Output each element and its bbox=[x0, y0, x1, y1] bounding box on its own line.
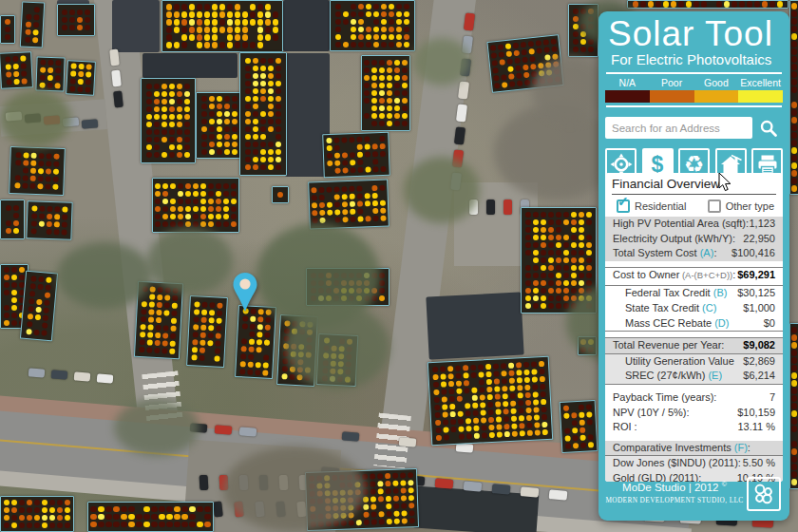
financial-overview-title: Financial Overview bbox=[612, 176, 776, 195]
solar-dot bbox=[223, 191, 230, 198]
solar-dot bbox=[55, 67, 62, 74]
solar-dot bbox=[53, 161, 60, 167]
solar-dot bbox=[400, 480, 407, 486]
solar-dot bbox=[563, 250, 570, 256]
solar-dot bbox=[507, 66, 514, 72]
solar-dot bbox=[487, 416, 494, 423]
map-building[interactable] bbox=[87, 502, 214, 532]
solar-dot bbox=[791, 334, 798, 341]
map-building[interactable] bbox=[162, 0, 283, 52]
solar-dot bbox=[166, 34, 173, 41]
solar-dot bbox=[235, 4, 241, 10]
residential-checkbox-group[interactable]: ✓ Residential bbox=[617, 200, 686, 213]
map-building[interactable] bbox=[272, 186, 289, 203]
solar-dot bbox=[260, 81, 267, 87]
map-building[interactable] bbox=[0, 15, 15, 44]
map-building[interactable] bbox=[627, 0, 788, 9]
map-building[interactable] bbox=[0, 200, 25, 239]
map-pin[interactable] bbox=[232, 272, 258, 314]
solar-dot bbox=[466, 426, 472, 432]
solar-dot bbox=[155, 214, 162, 220]
solar-dot bbox=[492, 363, 499, 370]
solar-dot bbox=[19, 275, 26, 281]
solar-dot bbox=[268, 164, 275, 171]
map-building[interactable] bbox=[20, 1, 45, 48]
solar-dot bbox=[472, 417, 479, 424]
solar-dot bbox=[311, 202, 317, 209]
solar-dot bbox=[520, 41, 526, 48]
map-building[interactable] bbox=[428, 356, 553, 446]
map-building[interactable] bbox=[789, 323, 798, 489]
map-building[interactable] bbox=[235, 305, 276, 379]
solar-dot bbox=[495, 401, 502, 408]
solar-dot bbox=[402, 98, 408, 104]
solar-dot bbox=[404, 27, 410, 33]
solar-dot bbox=[341, 186, 348, 193]
map-building[interactable] bbox=[186, 295, 228, 368]
solar-dot bbox=[312, 210, 318, 217]
solar-dot bbox=[276, 119, 282, 125]
solar-dot bbox=[791, 403, 798, 409]
search-button[interactable] bbox=[754, 116, 783, 140]
solar-dot bbox=[366, 34, 372, 41]
search-input[interactable] bbox=[605, 117, 752, 139]
solar-dot bbox=[208, 310, 215, 316]
solar-dot bbox=[479, 387, 485, 393]
map-building[interactable] bbox=[9, 146, 66, 196]
solar-dot bbox=[265, 4, 272, 10]
solar-dot bbox=[449, 403, 456, 409]
solar-dot bbox=[343, 11, 350, 18]
solar-dot bbox=[33, 14, 40, 21]
solar-dot bbox=[184, 144, 191, 151]
solar-dot bbox=[373, 11, 380, 18]
solar-dot bbox=[522, 71, 529, 78]
map-building[interactable] bbox=[26, 200, 72, 240]
map-building[interactable] bbox=[0, 496, 74, 532]
solar-dot bbox=[449, 418, 456, 425]
solar-dot bbox=[351, 42, 357, 48]
map-building[interactable] bbox=[789, 0, 798, 195]
solar-dot bbox=[563, 288, 570, 294]
map-building[interactable] bbox=[330, 0, 415, 51]
mode-studio-logo[interactable] bbox=[747, 477, 781, 511]
solar-dot bbox=[364, 98, 370, 104]
map-building[interactable] bbox=[66, 60, 96, 96]
map-building[interactable] bbox=[560, 400, 598, 453]
solar-dot bbox=[146, 152, 153, 159]
residential-checkbox[interactable]: ✓ bbox=[617, 200, 630, 213]
solar-dot bbox=[223, 183, 230, 190]
map-building[interactable] bbox=[322, 132, 390, 178]
dow-jones-row: Dow Jones ($INDU) (2011): 5.50 % bbox=[605, 456, 783, 471]
map-building[interactable] bbox=[308, 180, 390, 230]
solar-dot bbox=[762, 1, 769, 8]
car bbox=[215, 425, 233, 435]
solar-dot bbox=[385, 495, 391, 502]
map-building[interactable] bbox=[57, 4, 95, 36]
solar-dot bbox=[356, 200, 363, 207]
map-building[interactable] bbox=[141, 78, 196, 163]
solar-dot bbox=[358, 4, 365, 10]
car bbox=[109, 49, 120, 66]
map-building[interactable] bbox=[0, 51, 33, 89]
map-building[interactable] bbox=[20, 271, 58, 342]
solar-dot bbox=[372, 166, 379, 173]
solar-dot bbox=[208, 206, 215, 213]
solar-dot bbox=[319, 209, 326, 216]
solar-dot bbox=[379, 60, 386, 66]
map-building[interactable] bbox=[361, 55, 410, 131]
solar-dot bbox=[571, 273, 578, 279]
map-building[interactable] bbox=[196, 92, 243, 159]
map-building[interactable] bbox=[239, 52, 287, 176]
solar-dot bbox=[170, 325, 177, 332]
map-building[interactable] bbox=[152, 178, 239, 233]
map-building[interactable] bbox=[35, 56, 65, 91]
other-type-checkbox-group[interactable]: Other type bbox=[708, 200, 774, 213]
solar-dot bbox=[488, 424, 495, 430]
solar-dot bbox=[371, 90, 378, 97]
other-type-checkbox[interactable] bbox=[708, 200, 721, 213]
solar-dot bbox=[402, 113, 408, 120]
solar-dot bbox=[457, 410, 464, 417]
solar-dot bbox=[162, 99, 168, 105]
solar-dot bbox=[232, 104, 238, 110]
solar-dot bbox=[177, 106, 183, 113]
